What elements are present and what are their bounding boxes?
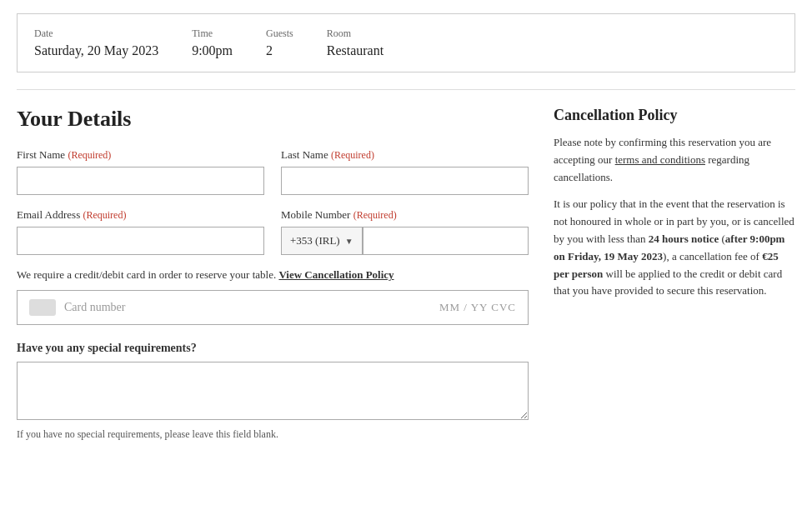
last-name-input[interactable] [281, 167, 529, 195]
first-name-group: First Name (Required) [17, 148, 264, 195]
left-panel: Your Details First Name (Required) Last … [17, 107, 529, 441]
first-name-label: First Name (Required) [17, 148, 264, 162]
chevron-down-icon: ▼ [345, 237, 353, 246]
section-title: Your Details [17, 107, 529, 132]
reservation-summary: Date Saturday, 20 May 2023 Time 9:00pm G… [17, 13, 795, 72]
divider [17, 89, 795, 90]
card-icon [29, 299, 56, 316]
room-label: Room [327, 28, 383, 40]
mobile-group: Mobile Number (Required) +353 (IRL) ▼ [281, 208, 529, 255]
date-value: Saturday, 20 May 2023 [34, 43, 158, 58]
card-note: We require a credit/debit card in order … [17, 268, 529, 282]
summary-time: Time 9:00pm [192, 28, 233, 58]
summary-guests: Guests 2 [266, 28, 293, 58]
mobile-number-input[interactable] [363, 227, 529, 255]
cancellation-title: Cancellation Policy [554, 107, 795, 124]
contact-row: Email Address (Required) Mobile Number (… [17, 208, 529, 255]
terms-conditions-link[interactable]: terms and conditions [615, 153, 705, 166]
last-name-group: Last Name (Required) [281, 148, 529, 195]
mobile-prefix-value: +353 (IRL) [290, 234, 340, 248]
mobile-prefix-dropdown[interactable]: +353 (IRL) ▼ [281, 227, 363, 255]
email-input[interactable] [17, 227, 264, 255]
name-row: First Name (Required) Last Name (Require… [17, 148, 529, 195]
summary-date: Date Saturday, 20 May 2023 [34, 28, 158, 58]
right-panel: Cancellation Policy Please note by confi… [554, 107, 795, 441]
card-number-placeholder: Card number [64, 301, 431, 314]
room-value: Restaurant [327, 43, 383, 58]
special-req-textarea[interactable] [17, 362, 529, 420]
card-extra-fields: MM / YY CVC [439, 301, 516, 314]
email-label: Email Address (Required) [17, 208, 264, 222]
card-input-container[interactable]: Card number MM / YY CVC [17, 290, 529, 325]
date-label: Date [34, 28, 158, 40]
time-value: 9:00pm [192, 43, 233, 58]
main-content: Your Details First Name (Required) Last … [17, 107, 795, 441]
view-cancellation-policy-link[interactable]: View Cancellation Policy [278, 268, 393, 281]
cancellation-para2: It is our policy that in the event that … [554, 196, 795, 300]
mobile-label: Mobile Number (Required) [281, 208, 529, 222]
mobile-input-group: +353 (IRL) ▼ [281, 227, 529, 255]
guests-label: Guests [266, 28, 293, 40]
last-name-label: Last Name (Required) [281, 148, 529, 162]
time-label: Time [192, 28, 233, 40]
summary-room: Room Restaurant [327, 28, 383, 58]
special-req-hint: If you have no special requirements, ple… [17, 428, 529, 441]
email-group: Email Address (Required) [17, 208, 264, 255]
special-req-label: Have you any special requirements? [17, 342, 529, 355]
hours-notice: 24 hours notice [649, 232, 719, 245]
guests-value: 2 [266, 43, 273, 58]
first-name-input[interactable] [17, 167, 264, 195]
cancellation-para1: Please note by confirming this reservati… [554, 134, 795, 186]
